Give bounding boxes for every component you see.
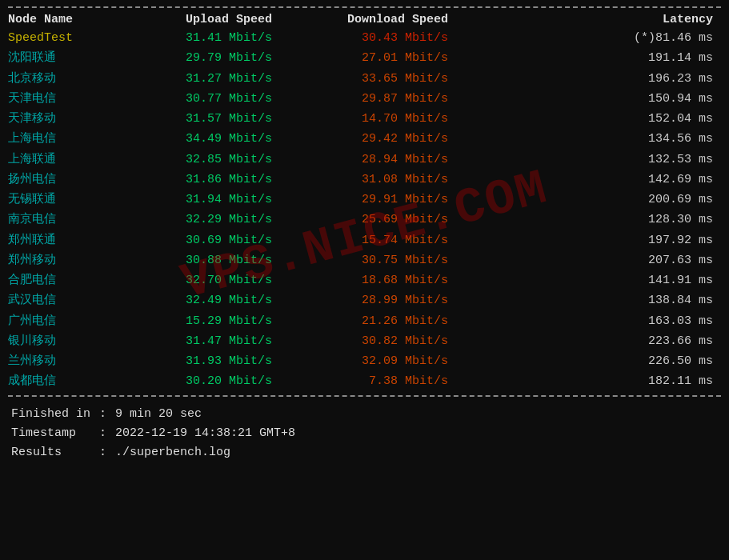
cell-upload: 29.79 Mbit/s [120,49,288,67]
footer-finished-label: Finished in [11,405,99,424]
footer-timestamp-value: 2022-12-19 14:38:21 GMT+8 [115,424,295,443]
main-container: VPS.NICE.COM Node Name Upload Speed Down… [0,0,729,472]
cell-latency: 207.63 ms [464,251,721,270]
cell-upload: 31.57 Mbit/s [120,110,288,128]
cell-latency: 182.11 ms [464,372,721,390]
cell-latency: 142.69 ms [464,170,721,189]
table-row: 南京电信 32.29 Mbit/s 25.69 Mbit/s 128.30 ms [8,210,721,230]
cell-upload: 32.85 Mbit/s [120,150,288,169]
cell-latency: 138.84 ms [464,291,721,310]
header-download: Download Speed [288,13,464,26]
cell-node: 天津电信 [8,90,120,108]
cell-node: 北京移动 [8,70,120,88]
cell-latency: 200.69 ms [464,190,721,209]
cell-download: 32.09 Mbit/s [288,352,464,370]
cell-node: 兰州移动 [8,352,120,370]
cell-upload: 30.20 Mbit/s [120,372,288,390]
cell-node: 无锡联通 [8,190,120,209]
table-row: 上海电信 34.49 Mbit/s 29.42 Mbit/s 134.56 ms [8,129,721,149]
cell-download: 30.82 Mbit/s [288,332,464,350]
table-row: 沈阳联通 29.79 Mbit/s 27.01 Mbit/s 191.14 ms [8,48,721,68]
footer-timestamp-label: Timestamp [11,424,99,443]
cell-node: 银川移动 [8,332,120,350]
cell-download: 33.65 Mbit/s [288,70,464,88]
footer-timestamp-colon: : [99,424,115,443]
header-node: Node Name [8,13,120,26]
cell-latency: 128.30 ms [464,210,721,229]
speed-table: Node Name Upload Speed Download Speed La… [8,6,721,397]
cell-latency: 141.91 ms [464,271,721,290]
cell-download: 29.87 Mbit/s [288,90,464,108]
cell-upload: 32.70 Mbit/s [120,271,288,290]
cell-node: 合肥电信 [8,271,120,290]
cell-node: 广州电信 [8,312,120,330]
cell-download: 7.38 Mbit/s [288,372,464,390]
footer-finished-colon: : [99,405,115,424]
table-row: 天津移动 31.57 Mbit/s 14.70 Mbit/s 152.04 ms [8,109,721,129]
cell-node: 上海电信 [8,130,120,148]
cell-latency: 134.56 ms [464,130,721,148]
cell-latency: 163.03 ms [464,312,721,330]
cell-node: 上海联通 [8,150,120,169]
cell-upload: 31.47 Mbit/s [120,332,288,350]
cell-download: 18.68 Mbit/s [288,271,464,290]
cell-download: 25.69 Mbit/s [288,210,464,229]
table-row: 合肥电信 32.70 Mbit/s 18.68 Mbit/s 141.91 ms [8,270,721,290]
cell-node: 成都电信 [8,372,120,390]
table-row: 上海联通 32.85 Mbit/s 28.94 Mbit/s 132.53 ms [8,150,721,170]
table-row: 郑州移动 30.88 Mbit/s 30.75 Mbit/s 207.63 ms [8,250,721,270]
table-row: 广州电信 15.29 Mbit/s 21.26 Mbit/s 163.03 ms [8,311,721,331]
cell-upload: 31.93 Mbit/s [120,352,288,370]
cell-upload: 34.49 Mbit/s [120,130,288,148]
cell-download: 28.94 Mbit/s [288,150,464,169]
footer-timestamp: Timestamp : 2022-12-19 14:38:21 GMT+8 [11,424,718,443]
cell-latency: 132.53 ms [464,150,721,169]
cell-download: 21.26 Mbit/s [288,312,464,330]
cell-node: 郑州移动 [8,251,120,270]
cell-upload: 15.29 Mbit/s [120,312,288,330]
cell-latency: 197.92 ms [464,231,721,250]
cell-download: 30.75 Mbit/s [288,251,464,270]
cell-upload: 30.69 Mbit/s [120,231,288,250]
table-body: SpeedTest 31.41 Mbit/s 30.43 Mbit/s (*)8… [8,28,721,392]
table-row: 天津电信 30.77 Mbit/s 29.87 Mbit/s 150.94 ms [8,89,721,109]
table-row: SpeedTest 31.41 Mbit/s 30.43 Mbit/s (*)8… [8,28,721,48]
table-row: 无锡联通 31.94 Mbit/s 29.91 Mbit/s 200.69 ms [8,190,721,210]
footer-results: Results : ./superbench.log [11,443,718,462]
table-row: 郑州联通 30.69 Mbit/s 15.74 Mbit/s 197.92 ms [8,230,721,250]
cell-upload: 31.27 Mbit/s [120,70,288,88]
footer-results-value: ./superbench.log [115,443,230,462]
cell-node: 南京电信 [8,210,120,229]
table-row: 扬州电信 31.86 Mbit/s 31.08 Mbit/s 142.69 ms [8,170,721,190]
cell-node: 沈阳联通 [8,49,120,67]
cell-download: 31.08 Mbit/s [288,170,464,189]
cell-upload: 30.77 Mbit/s [120,90,288,108]
footer-section: Finished in : 9 min 20 sec Timestamp : 2… [8,397,721,466]
cell-latency: 152.04 ms [464,110,721,128]
cell-latency: 191.14 ms [464,49,721,67]
cell-node: 天津移动 [8,110,120,128]
footer-results-colon: : [99,443,115,462]
cell-download: 27.01 Mbit/s [288,49,464,67]
cell-download: 29.42 Mbit/s [288,130,464,148]
cell-node: SpeedTest [8,29,120,47]
table-header: Node Name Upload Speed Download Speed La… [8,11,721,28]
cell-download: 14.70 Mbit/s [288,110,464,128]
table-row: 兰州移动 31.93 Mbit/s 32.09 Mbit/s 226.50 ms [8,351,721,371]
cell-latency: 223.66 ms [464,332,721,350]
cell-upload: 32.29 Mbit/s [120,210,288,229]
header-upload: Upload Speed [120,13,288,26]
cell-upload: 32.49 Mbit/s [120,291,288,310]
table-row: 银川移动 31.47 Mbit/s 30.82 Mbit/s 223.66 ms [8,331,721,351]
cell-latency: (*)81.46 ms [464,29,721,47]
cell-node: 郑州联通 [8,231,120,250]
table-row: 武汉电信 32.49 Mbit/s 28.99 Mbit/s 138.84 ms [8,290,721,310]
cell-upload: 30.88 Mbit/s [120,251,288,270]
cell-download: 30.43 Mbit/s [288,29,464,47]
cell-upload: 31.86 Mbit/s [120,170,288,189]
cell-latency: 226.50 ms [464,352,721,370]
cell-upload: 31.94 Mbit/s [120,190,288,209]
cell-download: 29.91 Mbit/s [288,190,464,209]
table-row: 北京移动 31.27 Mbit/s 33.65 Mbit/s 196.23 ms [8,69,721,89]
footer-results-label: Results [11,443,99,462]
